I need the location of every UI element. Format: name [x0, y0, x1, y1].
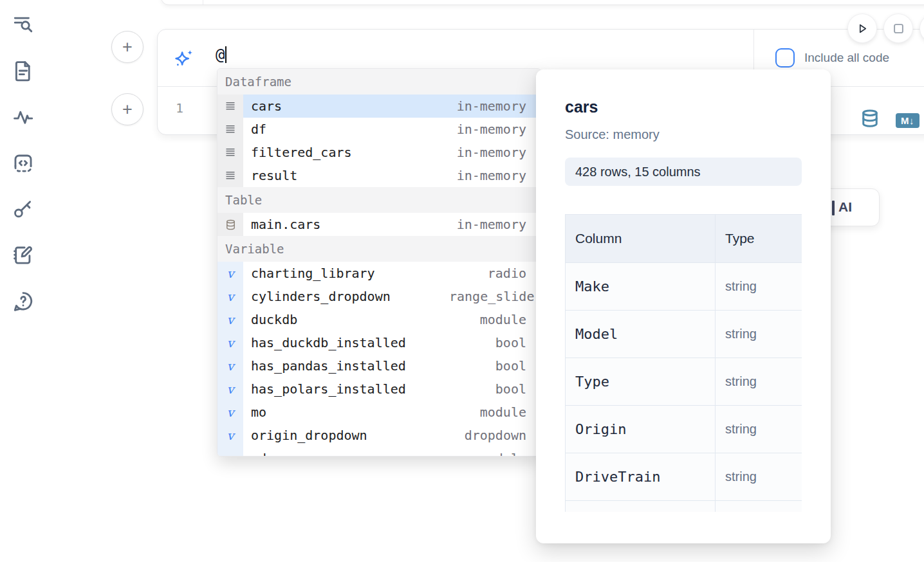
- autocomplete-item-df[interactable]: dfin-memory: [217, 118, 541, 141]
- dataframe-preview-panel: cars Source: memory 428 rows, 15 columns…: [536, 69, 831, 543]
- file-text-icon[interactable]: [12, 60, 34, 82]
- panel-title: cars: [565, 98, 802, 116]
- database-icon[interactable]: [860, 109, 880, 128]
- autocomplete-item-result[interactable]: resultin-memory: [217, 164, 541, 187]
- panel-source: Source: memory: [565, 127, 802, 142]
- table-row: Make string: [566, 263, 802, 311]
- activity-icon[interactable]: [12, 106, 34, 128]
- table-row: Origin string: [566, 406, 802, 453]
- autocomplete-item-charting-library[interactable]: v charting_libraryradio: [217, 262, 541, 285]
- autocomplete-item-has-duckdb-installed[interactable]: v has_duckdb_installedbool: [217, 331, 541, 354]
- marimo-notebook-page: + + @ Include all code 1 M↓: [0, 0, 924, 562]
- autocomplete-item-cars[interactable]: carsin-memory: [217, 95, 541, 118]
- table-row-clipped: [566, 501, 802, 512]
- code-snippet-icon[interactable]: [12, 152, 34, 174]
- section-header-variable: Variable: [217, 236, 541, 262]
- variable-icon: v: [217, 262, 243, 285]
- autocomplete-item-has-pandas-installed[interactable]: v has_pandas_installedbool: [217, 354, 541, 377]
- table-database-icon: [217, 213, 243, 236]
- ai-card-label: AI: [838, 199, 852, 215]
- variable-icon: v: [217, 447, 243, 457]
- include-all-code-option: Include all code: [775, 48, 889, 68]
- autocomplete-item-filtered-cars[interactable]: filtered_carsin-memory: [217, 141, 541, 164]
- schema-table: Column Type Make string Model string Typ…: [565, 214, 802, 512]
- previous-cell-bottom-edge: [161, 0, 924, 5]
- ai-prompt-value: @: [216, 46, 225, 64]
- dataframe-icon: [217, 95, 243, 118]
- key-icon[interactable]: [12, 198, 34, 220]
- autocomplete-item-duckdb[interactable]: v duckdbmodule: [217, 308, 541, 331]
- autocomplete-item-cylinders-dropdown[interactable]: v cylinders_dropdownrange_slider: [217, 285, 541, 308]
- dataframe-icon: [217, 164, 243, 187]
- play-icon: [856, 23, 869, 35]
- section-header-table: Table: [217, 187, 541, 213]
- ai-prompt-input[interactable]: @: [216, 45, 226, 64]
- sparkles-ai-icon: [173, 48, 195, 69]
- run-cell-button[interactable]: [848, 14, 876, 42]
- schema-table-wrap: Column Type Make string Model string Typ…: [565, 214, 802, 512]
- variable-icon: v: [217, 331, 243, 354]
- include-all-code-checkbox[interactable]: [775, 48, 795, 68]
- section-header-dataframe: Dataframe: [217, 69, 541, 95]
- autocomplete-item-pd[interactable]: v pdmodule: [217, 447, 541, 457]
- variable-icon: v: [217, 377, 243, 401]
- autocomplete-item-has-polars-installed[interactable]: v has_polars_installedbool: [217, 377, 541, 401]
- add-cell-above-button[interactable]: +: [111, 31, 143, 63]
- previous-cell-gutter-divider: [203, 0, 203, 5]
- shape-badge: 428 rows, 15 columns: [565, 158, 802, 186]
- table-row: Type string: [566, 358, 802, 406]
- left-sidebar: [0, 0, 46, 562]
- variable-icon: v: [217, 308, 243, 331]
- dataframe-icon: [217, 118, 243, 141]
- variable-icon: v: [217, 401, 243, 424]
- dataframe-icon: [217, 141, 243, 164]
- table-row: DriveTrain string: [566, 453, 802, 501]
- schema-header-row: Column Type: [566, 215, 802, 263]
- variable-icon: v: [217, 354, 243, 377]
- clipped-glyph: [832, 201, 835, 215]
- include-all-code-label: Include all code: [804, 51, 889, 65]
- schema-header-column: Column: [566, 215, 716, 263]
- table-row: Model string: [566, 311, 802, 358]
- text-caret: [225, 46, 226, 63]
- add-cell-below-button[interactable]: +: [111, 93, 143, 125]
- variable-icon: v: [217, 424, 243, 447]
- autocomplete-item-mo[interactable]: v momodule: [217, 401, 541, 424]
- stop-icon: [893, 23, 904, 34]
- editor-line-number: 1: [176, 100, 183, 116]
- notebook-pen-icon[interactable]: [12, 244, 34, 266]
- autocomplete-item-main-cars[interactable]: main.carsin-memory: [217, 213, 541, 236]
- autocomplete-dropdown: Dataframe carsin-memory dfin-memory filt…: [217, 68, 541, 457]
- markdown-icon[interactable]: M↓: [896, 113, 919, 128]
- stop-button[interactable]: [884, 14, 912, 42]
- autocomplete-item-origin-dropdown[interactable]: v origin_dropdowndropdown: [217, 424, 541, 447]
- list-search-icon[interactable]: [12, 14, 34, 35]
- help-circle-icon[interactable]: [12, 291, 34, 313]
- variable-icon: v: [217, 285, 243, 308]
- schema-header-type: Type: [716, 215, 802, 263]
